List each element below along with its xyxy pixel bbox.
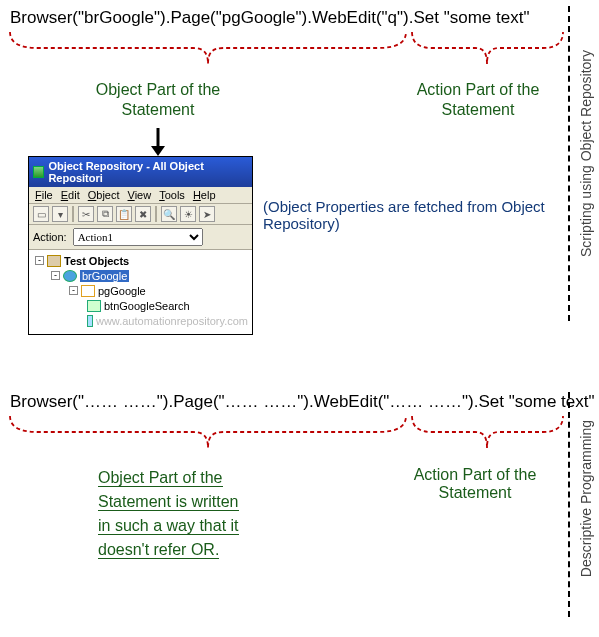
brace-top-object (8, 30, 408, 70)
tree-edit[interactable]: www.automationrepository.com (33, 313, 248, 328)
webedit-icon (87, 315, 93, 327)
code-line-top: Browser("brGoogle").Page("pgGoogle").Web… (10, 8, 529, 28)
collapse-icon[interactable]: - (35, 256, 44, 265)
menu-view[interactable]: View (128, 189, 152, 201)
tool-find-icon[interactable]: 🔍 (161, 206, 177, 222)
vertical-separator-bot (568, 392, 570, 617)
side-label-bot: Descriptive Programming (578, 420, 594, 577)
action-select[interactable]: Action1 (73, 228, 203, 246)
section-object-repository: Browser("brGoogle").Page("pgGoogle").Web… (8, 8, 568, 328)
tool-copy-icon[interactable]: ⧉ (97, 206, 113, 222)
page-icon (81, 285, 95, 297)
svg-marker-1 (151, 146, 165, 156)
tree-button[interactable]: btnGoogleSearch (33, 298, 248, 313)
tool-highlight-icon[interactable]: ☀ (180, 206, 196, 222)
code-line-bot: Browser("…… ……").Page("…… ……").WebEdit("… (10, 392, 595, 412)
tool-paste-icon[interactable]: 📋 (116, 206, 132, 222)
object-tree: - Test Objects - brGoogle - pgGoogle btn… (29, 250, 252, 334)
annotation-top-action: Action Part of the Statement (403, 80, 553, 120)
app-icon (33, 166, 44, 178)
menu-object[interactable]: Object (88, 189, 120, 201)
folder-icon (47, 255, 61, 267)
brace-bot-action (410, 414, 565, 454)
menu-tools[interactable]: Tools (159, 189, 185, 201)
tool-open-icon[interactable]: ▾ (52, 206, 68, 222)
tree-browser[interactable]: - brGoogle (33, 268, 248, 283)
brace-top-action (410, 30, 565, 70)
window-title: Object Repository - All Object Repositor… (48, 160, 248, 184)
section-descriptive-programming: Browser("…… ……").Page("…… ……").WebEdit("… (8, 392, 568, 622)
annotation-bot-action: Action Part of the Statement (400, 466, 550, 502)
collapse-icon[interactable]: - (69, 286, 78, 295)
browser-icon (63, 270, 77, 282)
action-label: Action: (33, 231, 67, 243)
annotation-top-object: Object Part of the Statement (78, 80, 238, 120)
brace-bot-object (8, 414, 408, 454)
action-row: Action: Action1 (29, 225, 252, 250)
menu-bar: File Edit Object View Tools Help (29, 187, 252, 204)
toolbar-sep (72, 206, 74, 222)
tool-new-icon[interactable]: ▭ (33, 206, 49, 222)
annotation-bot-object: Object Part of the Statement is written … (98, 466, 288, 562)
window-titlebar: Object Repository - All Object Repositor… (29, 157, 252, 187)
collapse-icon[interactable]: - (51, 271, 60, 280)
object-repository-window: Object Repository - All Object Repositor… (28, 156, 253, 335)
side-label-top: Scripting using Object Repository (578, 50, 594, 257)
menu-help[interactable]: Help (193, 189, 216, 201)
vertical-separator-top (568, 6, 570, 321)
tree-root[interactable]: - Test Objects (33, 253, 248, 268)
toolbar-sep2 (155, 206, 157, 222)
tool-spy-icon[interactable]: ➤ (199, 206, 215, 222)
menu-file[interactable]: File (35, 189, 53, 201)
menu-edit[interactable]: Edit (61, 189, 80, 201)
tool-delete-icon[interactable]: ✖ (135, 206, 151, 222)
button-icon (87, 300, 101, 312)
annotation-mid: (Object Properties are fetched from Obje… (263, 198, 563, 232)
toolbar: ▭ ▾ ✂ ⧉ 📋 ✖ 🔍 ☀ ➤ (29, 204, 252, 225)
tree-page[interactable]: - pgGoogle (33, 283, 248, 298)
tool-cut-icon[interactable]: ✂ (78, 206, 94, 222)
